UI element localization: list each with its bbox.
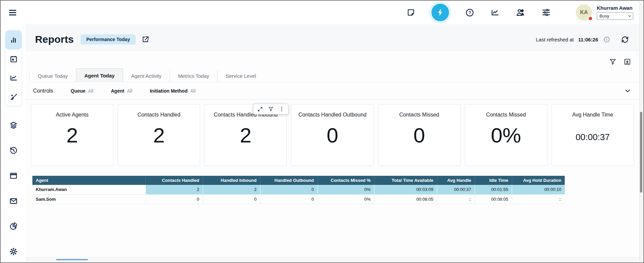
kpi-card-contacts-handled[interactable]: Contacts Handled 2 [118,104,200,166]
card-menu-button[interactable] [279,106,285,112]
sidebar-item-mail[interactable] [5,192,22,210]
tab-service-level[interactable]: Service Level [217,70,264,82]
kpi-card-active-agents[interactable]: Active Agents 2 [31,104,113,166]
kpi-card-contacts-handled-outbound[interactable]: Contacts Handled Outbound 0 [291,104,373,166]
col-contacts-handled[interactable]: Contacts Handled [145,176,203,185]
kpi-value: 2 [205,123,286,147]
open-external-button[interactable] [142,36,149,43]
kpi-card-contacts-handled-inbound[interactable]: Contacts Handled Inbound 2 [204,104,287,166]
hamburger-icon [8,8,17,17]
download-icon [623,58,631,66]
edit-brush-icon [9,93,18,101]
sidebar-loose-group [5,116,22,261]
avatar[interactable]: KA [576,4,592,21]
note-icon [407,8,415,17]
tab-agent-today[interactable]: Agent Today [76,68,123,82]
refresh-info-button[interactable] [603,36,610,43]
refresh-button[interactable] [621,35,629,44]
sidebar-item-dashboard[interactable] [5,31,22,50]
kpi-value: 00:00:37 [552,132,634,142]
agents-button[interactable] [516,8,525,17]
card-expand-button[interactable] [257,106,263,112]
sidebar-item-analyses[interactable] [5,68,22,87]
layers-icon [9,121,18,130]
kpi-title: Contacts Missed [379,112,460,118]
card-hover-toolbar [253,104,289,114]
horizontal-scrollbar-thumb[interactable] [56,259,88,260]
kpi-title: Contacts Handled Outbound [291,112,373,118]
quick-actions-button[interactable] [431,4,449,21]
table-row[interactable]: Khurram.Awan 2 2 0 0% 00:03:09 00:00:37 … [32,185,565,194]
panel-download-button[interactable] [623,57,631,66]
metrics-button[interactable] [491,8,500,17]
sidebar-item-schedule[interactable] [5,50,22,68]
col-idle-time[interactable]: Idle Time [475,176,512,185]
col-total-time-available[interactable]: Total Time Available [374,176,437,185]
kpi-value: 0% [465,123,547,147]
kpi-card-contacts-missed-pct[interactable]: Contacts Missed 0% [465,104,547,166]
tab-metrics-today[interactable]: Metrics Today [170,70,217,82]
controls-title: Controls [33,88,53,94]
col-handled-inbound[interactable]: Handled Inbound [203,176,260,185]
svg-text:?: ? [469,10,471,15]
sidebar-item-browser[interactable] [5,166,22,185]
sidebar-report-group [5,30,22,106]
col-avg-handle[interactable]: Avg Handle [437,176,475,185]
filter-funnel-icon [609,58,617,66]
vertical-scrollbar-thumb[interactable] [640,112,642,193]
cell-value: 00:08:05 [374,194,437,204]
chevron-down-icon [624,87,631,94]
filter-queue[interactable]: Queue All [71,88,93,94]
help-button[interactable]: ? [465,8,474,17]
status-select[interactable]: Busy [597,12,633,20]
sidebar-item-layers[interactable] [5,116,22,135]
tab-queue-today[interactable]: Queue Today [29,70,76,82]
refresh-area: Last refreshed at 11:06:26 [536,35,629,44]
hamburger-menu-button[interactable] [8,8,17,17]
report-panel: Queue Today Agent Today Agent Activity M… [26,51,639,257]
user-block: KA Khurram Awan Busy [576,4,633,21]
sidebar-item-pie-reports[interactable] [5,217,22,236]
help-icon: ? [465,8,474,17]
cell-value: 00:00:37 [437,185,475,194]
card-filter-button[interactable] [268,106,274,112]
browser-window-icon [9,171,18,180]
col-contacts-missed-pct[interactable]: Contacts Missed % [317,176,374,185]
info-icon [603,36,610,43]
table-row[interactable]: Sam.Som 0 0 0 0% 00:08:05 :: 00:08:05 :: [32,194,565,204]
cell-value: 00:08:05 [475,194,512,204]
history-icon [9,146,18,155]
filter-agent[interactable]: Agent All [111,88,132,94]
last-refreshed-time: 11:06:26 [578,37,598,42]
notes-button[interactable] [407,8,415,17]
pie-chart-icon [9,222,18,231]
sidebar-item-settings[interactable] [5,242,22,261]
kpi-title: Contacts Missed [465,112,547,118]
sidebar-item-design[interactable] [5,87,22,106]
cell-value: 0 [260,185,317,194]
cell-value: 0 [203,194,260,204]
controls-collapse-button[interactable] [624,87,631,94]
panel-tools [26,51,639,66]
col-handled-outbound[interactable]: Handled Outbound [260,176,317,185]
page-header: Reports Performance Today Last refreshed… [26,24,639,51]
refresh-icon [621,35,629,44]
panel-filter-button[interactable] [609,57,617,66]
page-title: Reports [35,34,74,45]
col-agent[interactable]: Agent [32,176,145,185]
kpi-value: 2 [118,123,200,147]
calendar-icon [9,55,18,63]
settings-sliders-button[interactable] [541,8,551,17]
kpi-card-contacts-missed[interactable]: Contacts Missed 0 [378,104,460,166]
flash-icon [436,8,445,17]
controls-bar: Controls Queue All Agent All Initiation … [26,82,639,100]
tab-agent-activity[interactable]: Agent Activity [123,70,170,82]
col-avg-hold-duration[interactable]: Avg Hold Duration [512,176,565,185]
filter-initiation-method[interactable]: Initiation Method All [150,88,196,94]
avatar-initials: KA [580,9,588,15]
kpi-card-avg-handle-time[interactable]: Avg Handle Time 00:00:37 [552,104,634,166]
vertical-scrollbar[interactable] [639,1,643,262]
line-chart-icon [9,74,18,82]
sidebar-item-history[interactable] [5,141,22,160]
user-name: Khurram Awan [597,5,633,11]
